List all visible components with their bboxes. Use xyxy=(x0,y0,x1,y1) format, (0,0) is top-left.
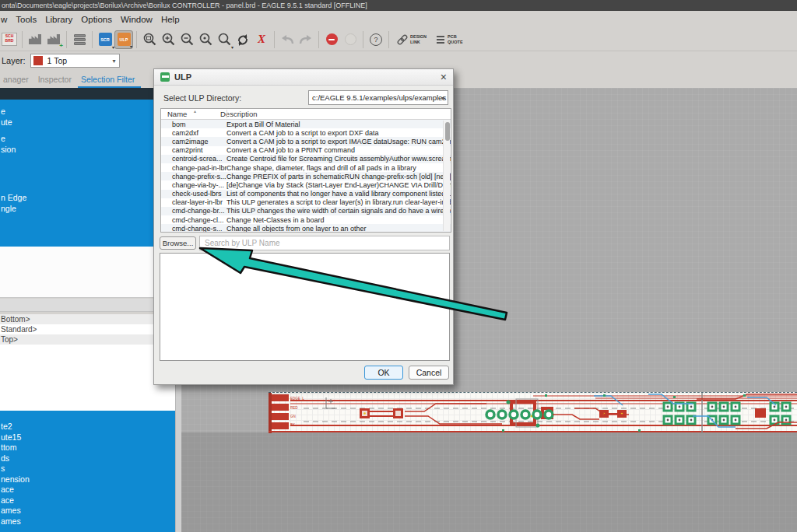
stop-button[interactable] xyxy=(322,30,341,49)
ulp-list-row[interactable]: change-via-by-... [de]Change Via by Stac… xyxy=(161,180,451,189)
ulp-row-name: cam2image xyxy=(161,138,226,145)
layer-item[interactable]: ute15 xyxy=(0,432,175,443)
zoom-redraw-icon xyxy=(198,32,213,47)
zoom-select-icon xyxy=(217,32,232,47)
ulp-list-row[interactable]: cam2image Convert a CAM job to a script … xyxy=(161,137,451,145)
ulp-list-row[interactable]: bom Export a Bill Of Material xyxy=(161,120,451,128)
refresh-button[interactable] xyxy=(233,30,252,49)
ulp-list-row[interactable]: centroid-screa... Create Centroid file f… xyxy=(161,155,451,163)
layer-item[interactable]: ace xyxy=(0,495,175,506)
ulp-directory-dropdown[interactable]: c:/EAGLE 9.5.1/examples/ulps/examples ▾ xyxy=(308,90,448,105)
zoom-select-button[interactable]: ▾ xyxy=(215,30,233,49)
preset-item[interactable]: Standard> xyxy=(0,324,175,334)
toolbar: SCHBRD + SCR▾ ULP▾ ▾ X ? xyxy=(0,28,797,51)
menu-bar: wToolsLibraryOptionsWindowHelp xyxy=(0,11,797,28)
panel-section-header[interactable] xyxy=(0,299,175,312)
ulp-list-header: Name ▴ Description xyxy=(161,109,451,120)
menu-item[interactable]: Library xyxy=(45,15,72,24)
pcb-board[interactable]: EDGE_L RED GN BK xyxy=(269,392,797,432)
stop-icon xyxy=(326,33,338,45)
layer-item[interactable]: ace xyxy=(0,485,175,495)
layer-dropdown[interactable]: 1 Top ▾ xyxy=(30,54,120,68)
ulp-list-row[interactable]: change-pad-in-lbr Change shape, diameter… xyxy=(161,163,451,172)
ulp-list-row[interactable]: clear-layer-in-lbr This ULP generates a … xyxy=(161,198,451,207)
ulp-list-row[interactable]: check-used-lbrs List of components that … xyxy=(161,190,451,198)
preset-item[interactable]: Top> xyxy=(0,334,175,345)
ulp-list-row[interactable]: change-prefix-s... Change PREFIX of part… xyxy=(161,172,451,180)
list-scrollbar[interactable] xyxy=(443,121,450,231)
ulp-list-row[interactable]: cmd-change-s... Change all objects from … xyxy=(161,224,451,233)
filter-item[interactable]: n Edge xyxy=(1,193,26,202)
help-button[interactable]: ? xyxy=(367,30,385,49)
filter-item[interactable]: sion xyxy=(1,145,16,154)
ulp-row-description: Change all objects from one layer to an … xyxy=(226,225,451,233)
preset-item[interactable]: Bottom> xyxy=(0,314,175,324)
zoom-in-icon xyxy=(161,32,176,47)
schematic-board-switch-button[interactable]: SCHBRD xyxy=(0,30,19,49)
pcb-quote-button[interactable]: PCBQUOTE xyxy=(436,34,463,44)
design-link-button[interactable]: DESIGNLINK xyxy=(397,34,427,45)
filter-item[interactable]: e xyxy=(1,107,5,116)
zoom-redraw-button[interactable] xyxy=(196,30,215,49)
layer-item[interactable]: ames xyxy=(0,506,175,516)
column-divider[interactable] xyxy=(226,110,227,118)
layer-item[interactable]: ds xyxy=(0,453,175,464)
ulp-list-row[interactable]: cam2dxf Convert a CAM job to a script to… xyxy=(161,128,451,137)
quote-lines-icon xyxy=(436,35,445,44)
browse-button[interactable]: Browse... xyxy=(160,236,196,250)
filter-item[interactable]: e xyxy=(1,134,5,143)
go-button[interactable] xyxy=(341,30,360,49)
layer-label: Layer: xyxy=(2,56,26,65)
ulp-list-row[interactable]: cmd-change-br... This ULP changes the wi… xyxy=(161,207,451,215)
layer-item[interactable]: te2 xyxy=(0,422,175,432)
ratsnest-button[interactable]: X xyxy=(252,30,271,49)
zoom-out-button[interactable] xyxy=(177,30,196,49)
list-scrollbar-thumb[interactable] xyxy=(445,122,450,141)
filter-item[interactable]: ngle xyxy=(1,204,16,213)
panel-preset-list: Bottom>Standard>Top> xyxy=(0,314,175,411)
zoom-in-button[interactable] xyxy=(159,30,177,49)
dialog-title-bar[interactable]: ULP × xyxy=(154,69,453,86)
layer-color-swatch xyxy=(33,56,43,65)
ulp-list-row[interactable]: cmd-change-cl... Change Net-Classes in a… xyxy=(161,215,451,224)
redo-button[interactable] xyxy=(297,30,315,49)
column-header-name[interactable]: Name xyxy=(161,110,220,118)
tab-selection-filter[interactable]: Selection Filter xyxy=(78,75,141,88)
window-title: onta\Documents\eagle\projects\Borilux\Ar… xyxy=(0,0,797,11)
ulp-description-pane xyxy=(160,253,450,361)
zoom-fit-button[interactable] xyxy=(140,30,159,49)
redo-arrow-icon xyxy=(298,33,314,46)
chevron-down-icon: ▾ xyxy=(441,92,444,105)
close-icon[interactable]: × xyxy=(441,71,447,84)
cancel-button[interactable]: Cancel xyxy=(409,366,449,380)
ulp-row-name: cmd-change-br... xyxy=(161,207,226,215)
help-icon: ? xyxy=(370,33,382,46)
pcb-net-label: RED xyxy=(290,407,298,411)
tab-inspector[interactable]: Inspector xyxy=(35,75,78,88)
filter-item[interactable]: ute xyxy=(1,117,12,127)
undo-button[interactable] xyxy=(278,30,297,49)
layer-item[interactable]: ames xyxy=(0,516,175,527)
ulp-search-input[interactable] xyxy=(199,236,450,250)
ulp-icon: ULP xyxy=(118,33,131,46)
zoom-out-icon xyxy=(180,32,195,47)
tab-manager[interactable]: anager xyxy=(0,75,35,88)
run-script-button[interactable]: SCR▾ xyxy=(96,30,114,49)
cam-plus-icon xyxy=(47,34,60,44)
menu-item[interactable]: Window xyxy=(121,15,153,24)
cam-output-button[interactable]: + xyxy=(44,30,63,49)
menu-item[interactable]: Help xyxy=(161,15,180,24)
ok-button[interactable]: OK xyxy=(364,366,403,380)
ulp-list-row[interactable]: cam2print Convert a CAM job to a PRINT c… xyxy=(161,146,451,155)
menu-item[interactable]: Tools xyxy=(16,15,37,24)
run-ulp-button[interactable]: ULP▾ xyxy=(114,30,133,49)
layer-item[interactable]: nension xyxy=(0,474,175,485)
menu-item[interactable]: Options xyxy=(81,15,112,24)
go-icon xyxy=(345,33,356,45)
layer-item[interactable]: ttom xyxy=(0,443,175,453)
menu-item[interactable]: w xyxy=(1,15,7,24)
library-button[interactable] xyxy=(70,30,89,49)
layer-item[interactable]: s xyxy=(0,464,175,474)
ulp-row-description: Convert a CAM job to a PRINT command xyxy=(226,146,451,154)
cam-processor-button[interactable] xyxy=(26,30,44,49)
